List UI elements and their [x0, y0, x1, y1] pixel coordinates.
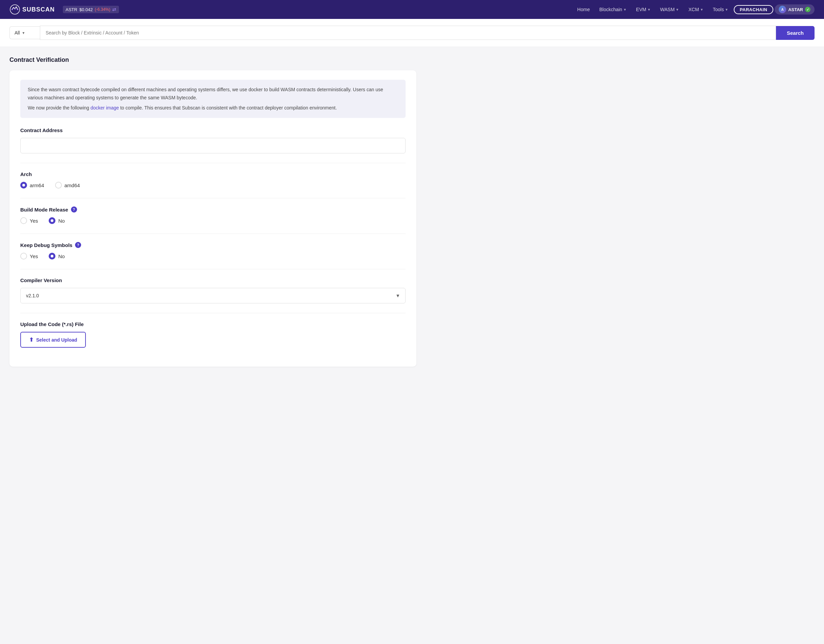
transfer-icon: ⇄	[112, 7, 116, 12]
build-mode-no-option[interactable]: No	[49, 217, 65, 224]
search-button[interactable]: Search	[776, 26, 815, 40]
upload-button-label: Select and Upload	[36, 337, 77, 343]
search-input[interactable]	[40, 26, 776, 40]
compiler-version-label: Compiler Version	[20, 277, 406, 283]
contract-address-label: Contract Address	[20, 128, 406, 133]
divider-5	[20, 313, 406, 313]
debug-symbols-no-label: No	[58, 254, 65, 259]
tools-dropdown-arrow: ▼	[725, 8, 728, 11]
build-mode-yes-radio[interactable]	[20, 217, 27, 224]
brand-logo[interactable]: SUBSCAN	[9, 4, 55, 15]
token-price: $0.042	[80, 7, 93, 12]
debug-symbols-yes-option[interactable]: Yes	[20, 253, 38, 260]
price-badge: ASTR $0.042 (-6.34%) ⇄	[63, 6, 119, 13]
arch-amd64-label: amd64	[65, 183, 80, 188]
divider-4	[20, 269, 406, 269]
build-mode-no-radio[interactable]	[49, 217, 55, 224]
search-filter-dropdown[interactable]: All ▼	[9, 26, 40, 39]
network-check-icon: ✓	[805, 7, 810, 12]
main-content: Contract Verification Since the wasm con…	[0, 47, 426, 376]
arch-arm64-label: arm64	[30, 183, 44, 188]
nav-tools[interactable]: Tools ▼	[709, 5, 732, 14]
build-mode-yes-label: Yes	[30, 218, 38, 224]
search-input-wrap	[40, 26, 776, 40]
nav-home[interactable]: Home	[573, 5, 594, 14]
compiler-version-section: Compiler Version v2.1.0 v2.0.0 v1.9.0 v1…	[20, 277, 406, 303]
arch-amd64-option[interactable]: amd64	[55, 182, 80, 189]
debug-symbols-no-option[interactable]: No	[49, 253, 65, 260]
nav-xcm[interactable]: XCM ▼	[684, 5, 707, 14]
svg-point-1	[11, 9, 13, 10]
upload-label: Upload the Code (*.rs) File	[20, 321, 406, 327]
brand-name: SUBSCAN	[22, 6, 55, 13]
debug-symbols-yes-radio[interactable]	[20, 253, 27, 260]
debug-symbols-section: Keep Debug Symbols ? Yes No	[20, 242, 406, 260]
astar-network-label: ASTAR	[788, 7, 803, 12]
nav-blockchain[interactable]: Blockchain ▼	[595, 5, 631, 14]
debug-symbols-radio-group: Yes No	[20, 253, 406, 260]
subscan-logo-icon	[9, 4, 20, 15]
contract-verification-card: Since the wasm contract bytecode compile…	[9, 70, 417, 367]
astar-logo-icon: A	[779, 6, 786, 13]
contract-address-section: Contract Address	[20, 128, 406, 154]
search-filter-label: All	[15, 30, 20, 35]
svg-point-3	[17, 9, 18, 10]
parachain-button[interactable]: PARACHAIN	[734, 5, 774, 14]
upload-icon: ⬆	[29, 337, 34, 343]
build-mode-label: Build Mode Release ?	[20, 206, 406, 212]
filter-dropdown-arrow: ▼	[22, 31, 25, 35]
evm-dropdown-arrow: ▼	[647, 8, 650, 11]
nav-links: Home Blockchain ▼ EVM ▼ WASM ▼ XCM ▼ Too…	[573, 5, 815, 15]
arch-section: Arch arm64 amd64	[20, 171, 406, 189]
divider-2	[20, 198, 406, 198]
info-text-2: We now provide the following docker imag…	[28, 104, 398, 112]
compiler-version-select[interactable]: v2.1.0 v2.0.0 v1.9.0 v1.8.0	[20, 288, 406, 303]
contract-address-input[interactable]	[20, 138, 406, 154]
search-bar: All ▼ Search	[0, 19, 824, 47]
divider-3	[20, 234, 406, 234]
price-change: (-6.34%)	[95, 7, 110, 12]
arch-label: Arch	[20, 171, 406, 177]
upload-section: Upload the Code (*.rs) File ⬆ Select and…	[20, 321, 406, 348]
page-title: Contract Verification	[9, 57, 417, 63]
build-mode-radio-group: Yes No	[20, 217, 406, 224]
debug-symbols-help-icon[interactable]: ?	[75, 242, 81, 248]
nav-evm[interactable]: EVM ▼	[632, 5, 655, 14]
build-mode-section: Build Mode Release ? Yes No	[20, 206, 406, 224]
token-name: ASTR	[66, 7, 77, 12]
debug-symbols-label: Keep Debug Symbols ?	[20, 242, 406, 248]
debug-symbols-no-radio[interactable]	[49, 253, 55, 260]
svg-point-2	[14, 8, 15, 9]
arch-radio-group: arm64 amd64	[20, 182, 406, 189]
build-mode-no-label: No	[58, 218, 65, 224]
arch-arm64-option[interactable]: arm64	[20, 182, 44, 189]
info-text-1: Since the wasm contract bytecode compile…	[28, 86, 398, 102]
docker-image-link[interactable]: docker image	[91, 105, 119, 111]
debug-symbols-yes-label: Yes	[30, 254, 38, 259]
info-box: Since the wasm contract bytecode compile…	[20, 80, 406, 118]
build-mode-help-icon[interactable]: ?	[71, 206, 77, 212]
arch-amd64-radio[interactable]	[55, 182, 62, 189]
nav-wasm[interactable]: WASM ▼	[656, 5, 683, 14]
select-upload-button[interactable]: ⬆ Select and Upload	[20, 332, 86, 348]
astar-network-badge[interactable]: A ASTAR ✓	[775, 5, 815, 15]
arch-arm64-radio[interactable]	[20, 182, 27, 189]
wasm-dropdown-arrow: ▼	[676, 8, 679, 11]
navbar: SUBSCAN ASTR $0.042 (-6.34%) ⇄ Home Bloc…	[0, 0, 824, 19]
divider-1	[20, 163, 406, 163]
blockchain-dropdown-arrow: ▼	[623, 8, 627, 11]
build-mode-yes-option[interactable]: Yes	[20, 217, 38, 224]
xcm-dropdown-arrow: ▼	[700, 8, 703, 11]
compiler-version-select-wrap: v2.1.0 v2.0.0 v1.9.0 v1.8.0 ▼	[20, 288, 406, 303]
